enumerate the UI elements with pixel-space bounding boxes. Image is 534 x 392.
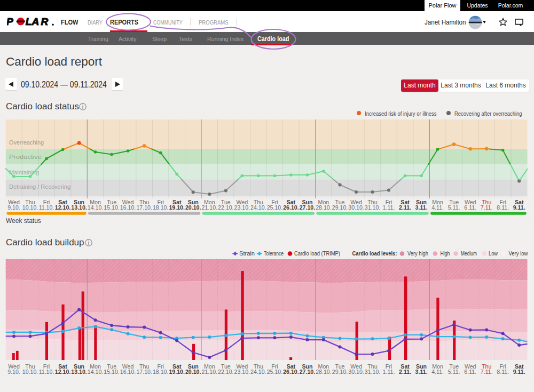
svg-text:11.10.: 11.10. <box>39 369 54 375</box>
svg-text:20.10.: 20.10. <box>185 369 201 375</box>
svg-text:3.11.: 3.11. <box>415 369 428 375</box>
svg-text:6.11.: 6.11. <box>464 369 476 375</box>
svg-text:4.11.: 4.11. <box>431 369 444 375</box>
svg-text:27.10.: 27.10. <box>300 369 316 375</box>
svg-text:30.10.: 30.10. <box>348 369 364 375</box>
svg-text:17.10.: 17.10. <box>136 369 152 375</box>
svg-text:5.11.: 5.11. <box>448 369 460 375</box>
svg-text:9.10.: 9.10. <box>7 369 20 375</box>
svg-text:10.10.: 10.10. <box>22 369 38 375</box>
svg-text:31.10.: 31.10. <box>365 369 380 375</box>
svg-text:19.10.: 19.10. <box>169 369 185 375</box>
svg-text:12.10.: 12.10. <box>55 369 71 375</box>
svg-text:25.10.: 25.10. <box>267 369 282 375</box>
svg-text:14.10.: 14.10. <box>88 369 103 375</box>
svg-text:26.10.: 26.10. <box>283 369 299 375</box>
svg-text:23.10.: 23.10. <box>234 369 250 375</box>
svg-text:7.11.: 7.11. <box>481 369 493 375</box>
svg-text:8.11.: 8.11. <box>497 369 509 375</box>
svg-text:22.10.: 22.10. <box>218 369 233 375</box>
svg-text:21.10.: 21.10. <box>202 369 217 375</box>
svg-text:15.10.: 15.10. <box>104 369 119 375</box>
svg-text:9.11.: 9.11. <box>513 369 525 375</box>
svg-text:2.11.: 2.11. <box>399 369 411 375</box>
svg-text:13.10.: 13.10. <box>71 369 87 375</box>
svg-text:18.10.: 18.10. <box>153 369 168 375</box>
svg-text:29.10.: 29.10. <box>332 369 348 375</box>
svg-text:28.10.: 28.10. <box>316 369 331 375</box>
svg-text:16.10.: 16.10. <box>120 369 136 375</box>
svg-text:24.10.: 24.10. <box>250 369 266 375</box>
svg-text:1.11.: 1.11. <box>383 369 395 375</box>
